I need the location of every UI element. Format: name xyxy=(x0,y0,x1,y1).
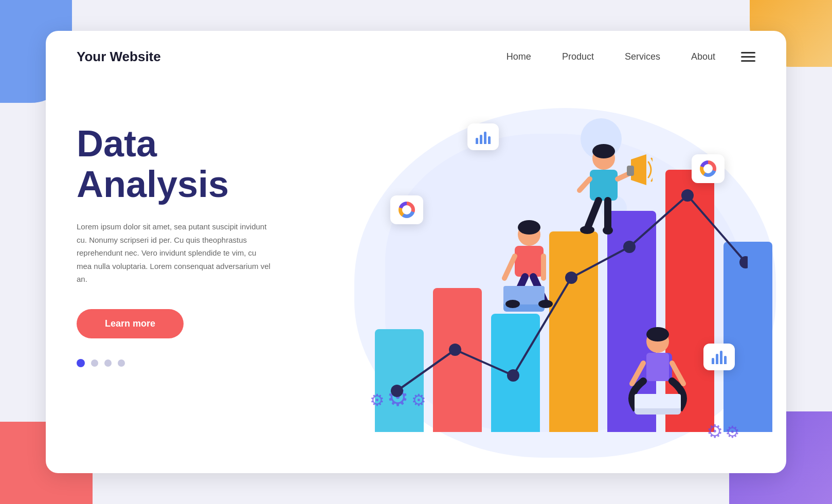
left-section: Data Analysis Lorem ipsum dolor sit amet… xyxy=(77,93,323,367)
float-card-donut xyxy=(390,195,423,224)
line-dot-4 xyxy=(565,272,577,284)
person-2-svg xyxy=(570,144,653,247)
float-card-bars-2 xyxy=(703,344,735,370)
dot-3[interactable] xyxy=(104,359,112,367)
svg-rect-13 xyxy=(590,170,618,201)
nav-link-about[interactable]: About xyxy=(691,51,715,62)
svg-line-7 xyxy=(504,256,515,278)
hero-title-line2: Analysis xyxy=(77,164,229,205)
line-dot-3 xyxy=(507,369,519,382)
line-dot-2 xyxy=(449,344,461,356)
hamburger-menu[interactable] xyxy=(741,52,755,62)
nav-item-about[interactable]: About xyxy=(691,51,715,62)
svg-point-12 xyxy=(592,144,615,158)
svg-line-14 xyxy=(588,201,599,226)
dot-2[interactable] xyxy=(91,359,98,367)
hero-description: Lorem ipsum dolor sit amet, sea putant s… xyxy=(77,220,272,286)
person-figure-1 xyxy=(493,219,565,324)
float-card-bars-1 xyxy=(467,123,499,150)
person-figure-3 xyxy=(617,327,699,422)
svg-point-1 xyxy=(518,220,540,235)
nav-link-services[interactable]: Services xyxy=(625,51,660,62)
donut-chart-icon-2 xyxy=(700,160,716,177)
svg-rect-2 xyxy=(515,246,544,277)
svg-point-9 xyxy=(505,300,520,308)
nav-item-home[interactable]: Home xyxy=(507,51,531,62)
line-dot-1 xyxy=(391,385,403,397)
person-figure-2 xyxy=(570,144,653,249)
float-card-donut-2 xyxy=(692,154,725,183)
svg-rect-25 xyxy=(646,353,669,381)
nav-links: Home Product Services About xyxy=(507,51,715,62)
nav-link-home[interactable]: Home xyxy=(507,51,531,62)
illustration-section: ⚙ ⚙ ⚙ ⚙ ⚙ xyxy=(323,93,755,473)
dot-4[interactable] xyxy=(118,359,125,367)
learn-more-button[interactable]: Learn more xyxy=(77,309,184,338)
main-content: Data Analysis Lorem ipsum dolor sit amet… xyxy=(46,82,786,473)
nav-link-product[interactable]: Product xyxy=(562,51,594,62)
bar-chart-icon xyxy=(476,130,491,144)
bar-chart-icon-2 xyxy=(712,350,727,364)
svg-point-21 xyxy=(603,226,613,235)
pagination-dots xyxy=(77,359,323,367)
nav-item-services[interactable]: Services xyxy=(625,51,660,62)
svg-point-20 xyxy=(580,226,594,234)
hero-title: Data Analysis xyxy=(77,123,323,205)
nav-item-product[interactable]: Product xyxy=(562,51,594,62)
dot-1[interactable] xyxy=(77,359,85,367)
person-3-svg xyxy=(617,327,699,420)
svg-point-10 xyxy=(538,300,553,308)
svg-rect-18 xyxy=(627,166,634,176)
svg-rect-27 xyxy=(635,394,681,408)
person-1-svg xyxy=(493,219,565,322)
line-dot-6 xyxy=(681,189,694,202)
logo[interactable]: Your Website xyxy=(77,49,161,65)
navbar: Your Website Home Product Services About xyxy=(46,31,786,82)
svg-point-23 xyxy=(646,327,669,341)
svg-line-19 xyxy=(580,179,590,190)
donut-chart-icon xyxy=(399,202,415,218)
main-card: Your Website Home Product Services About xyxy=(46,31,786,473)
hero-title-line1: Data xyxy=(77,123,157,164)
